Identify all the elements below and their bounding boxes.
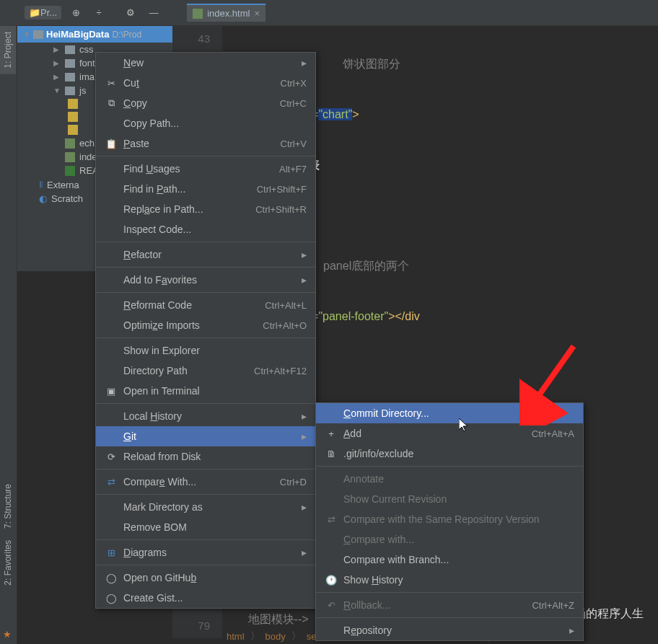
html-file-icon [65, 138, 75, 149]
submenu-add[interactable]: +AddCtrl+Alt+A [316, 423, 583, 444]
cut-icon: ✂ [105, 78, 118, 89]
separator [96, 494, 315, 495]
menu-optimize[interactable]: Optimize ImportsCtrl+Alt+O [96, 315, 315, 335]
submenu-exclude[interactable]: 🗎.git/info/exclude [316, 444, 583, 464]
folder-icon [33, 30, 43, 39]
menu-copypath[interactable]: Copy Path... [96, 113, 315, 133]
submenu-showhist[interactable]: 🕐Show History [316, 570, 583, 590]
top-toolbar: 📁 Pr... ⊕ ÷ ⚙ — index.html × [0, 0, 658, 26]
menu-gist[interactable]: ◯Create Gist... [96, 588, 315, 608]
chevron-right-icon: ▶ [53, 73, 61, 81]
menu-opengithub[interactable]: ◯Open on GitHub [96, 568, 315, 588]
menu-localhistory[interactable]: Local History▸ [96, 406, 315, 426]
star-icon[interactable]: ★ [3, 629, 12, 640]
submenu-showcur: Show Current Revision [316, 489, 583, 509]
close-icon[interactable]: × [254, 8, 260, 19]
menu-showexp[interactable]: Show in Explorer [96, 340, 315, 361]
project-dropdown[interactable]: 📁 Pr... [25, 6, 61, 19]
menu-findpath[interactable]: Find in Path...Ctrl+Shift+F [96, 179, 315, 199]
tree-root[interactable]: ▼ HeiMaBigData D:\Prod [17, 26, 172, 43]
menu-dirpath[interactable]: Directory PathCtrl+Alt+F12 [96, 361, 315, 381]
line-number: 43 [172, 26, 210, 51]
menu-replacepath[interactable]: Replace in Path...Ctrl+Shift+R [96, 199, 315, 219]
root-path: D:\Prod [112, 30, 141, 40]
context-menu: New▸ ✂CutCtrl+X ⧉CopyCtrl+C Copy Path...… [95, 52, 316, 609]
separator [96, 469, 315, 469]
separator [96, 539, 315, 540]
bc-html[interactable]: html [224, 631, 247, 642]
folder-icon [65, 59, 75, 68]
github-icon: ◯ [105, 573, 118, 583]
label: js [79, 85, 86, 96]
chevron-right-icon: ▶ [53, 45, 61, 53]
menu-reformat[interactable]: Reformat CodeCtrl+Alt+L [96, 295, 315, 315]
separator [316, 592, 583, 593]
separator [316, 466, 583, 467]
bc-body[interactable]: body [263, 631, 289, 642]
minimize-icon[interactable]: — [144, 3, 164, 23]
menu-refactor[interactable]: Refactor▸ [96, 244, 315, 265]
rail-project[interactable]: 1: Project [0, 26, 16, 74]
scratch-icon: ◐ [39, 193, 47, 204]
submenu-compwith: Compare with... [316, 529, 583, 550]
separator [316, 617, 583, 618]
label: css [79, 44, 94, 55]
line-number: 79 [172, 613, 210, 638]
js-file-icon [68, 125, 78, 135]
html-file-icon [193, 9, 203, 19]
menu-compare[interactable]: ⇄Compare With...Ctrl+D [96, 472, 315, 492]
git-submenu: Commit Directory... +AddCtrl+Alt+A 🗎.git… [315, 402, 584, 641]
file-icon: 🗎 [325, 449, 338, 459]
folder-icon [65, 45, 75, 54]
folder-icon [65, 87, 75, 95]
menu-git[interactable]: Git▸ [96, 426, 315, 446]
js-file-icon [68, 99, 78, 109]
folder-icon: 📁 [29, 7, 40, 18]
terminal-icon: ▣ [105, 386, 118, 397]
label: inde [79, 151, 97, 162]
target-icon[interactable]: ⊕ [66, 3, 86, 23]
reload-icon: ⟳ [105, 451, 118, 462]
label: font [79, 58, 95, 69]
separator [96, 403, 315, 404]
menu-diagrams[interactable]: ⊞Diagrams▸ [96, 542, 315, 563]
menu-new[interactable]: New▸ [96, 53, 315, 73]
separator [96, 156, 315, 156]
copy-icon: ⧉ [105, 97, 118, 109]
menu-removebom[interactable]: Remove BOM [96, 517, 315, 537]
menu-paste[interactable]: 📋PasteCtrl+V [96, 133, 315, 154]
submenu-repo[interactable]: Repository▸ [316, 620, 583, 640]
separator [96, 338, 315, 338]
tab-bar: index.html × [187, 4, 266, 22]
compare-icon: ⇄ [325, 514, 338, 525]
menu-cut[interactable]: ✂CutCtrl+X [96, 73, 315, 93]
collapse-icon[interactable]: ÷ [89, 3, 109, 23]
plus-icon: + [325, 428, 338, 439]
submenu-compbranch[interactable]: Compare with Branch... [316, 550, 583, 570]
gear-icon[interactable]: ⚙ [120, 3, 141, 23]
chevron-down-icon: ▼ [53, 87, 61, 94]
submenu-rollback: ↶Rollback...Ctrl+Alt+Z [316, 595, 583, 615]
tab-index-html[interactable]: index.html × [187, 4, 266, 22]
menu-reload[interactable]: ⟳Reload from Disk [96, 446, 315, 467]
library-icon: ⦀ [39, 179, 43, 190]
menu-inspect[interactable]: Inspect Code... [96, 219, 315, 239]
menu-findusages[interactable]: Find UsagesAlt+F7 [96, 159, 315, 179]
menu-markdir[interactable]: Mark Directory as▸ [96, 497, 315, 517]
menu-addfav[interactable]: Add to Favorites▸ [96, 270, 315, 290]
separator [96, 267, 315, 268]
diagram-icon: ⊞ [105, 547, 118, 558]
github-icon: ◯ [105, 593, 118, 604]
project-label: Pr... [40, 7, 57, 18]
chevron-down-icon: ▼ [23, 30, 30, 38]
menu-copy[interactable]: ⧉CopyCtrl+C [96, 93, 315, 113]
menu-openterm[interactable]: ▣Open in Terminal [96, 381, 315, 401]
root-label: HeiMaBigData [46, 29, 109, 40]
label: Externa [47, 180, 79, 190]
gutter: 43 [172, 26, 223, 51]
paste-icon: 📋 [105, 138, 118, 149]
rail-favorites[interactable]: 2: Favorites [0, 534, 16, 591]
submenu-commit[interactable]: Commit Directory... [316, 403, 583, 423]
rail-structure[interactable]: 7: Structure [0, 478, 16, 534]
js-file-icon [68, 112, 78, 122]
